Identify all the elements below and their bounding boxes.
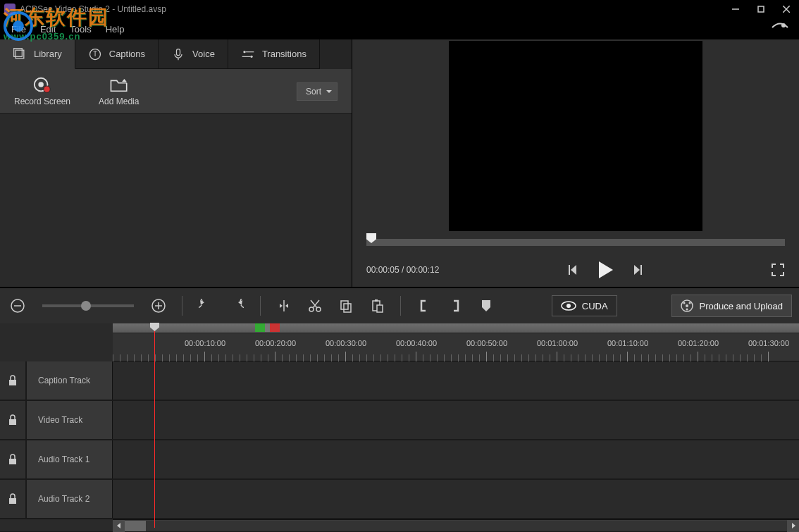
svg-rect-37 [344,304,351,312]
zoom-in-button[interactable] [148,295,169,316]
window-title: ACDSee Video Studio 2 - Untitled.avsp [20,4,723,14]
maximize-button[interactable] [748,0,774,18]
record-screen-label: Record Screen [14,97,70,106]
svg-rect-18 [569,265,570,275]
tab-captions-label: Captions [109,49,145,59]
svg-rect-49 [9,419,16,425]
track-audio1-label[interactable]: Audio Track 1 [27,440,113,478]
menu-file[interactable]: File [4,21,33,37]
lock-icon[interactable] [0,361,27,400]
library-body [0,114,352,287]
svg-point-46 [689,302,691,304]
menu-help[interactable]: Help [99,21,132,37]
lock-icon[interactable] [0,480,27,518]
svg-rect-9 [177,49,180,55]
track-caption: Caption Track [0,361,799,401]
zoom-thumb[interactable] [81,301,91,311]
svg-rect-48 [9,380,16,385]
mark-in-button[interactable] [414,295,435,316]
tab-voice-label: Voice [192,49,215,59]
zoom-slider[interactable] [42,304,134,307]
preview-time: 00:00:05 / 00:00:12 [366,265,439,275]
preview-viewport [352,39,799,232]
split-button[interactable] [273,295,295,316]
svg-point-10 [243,51,245,53]
preview-panel: 00:00:05 / 00:00:12 [352,39,799,287]
timeline-scrollbar[interactable] [113,519,799,531]
svg-marker-31 [285,304,288,308]
track-audio2-label[interactable]: Audio Track 2 [27,480,113,518]
produce-label: Produce and Upload [699,301,783,311]
track-video-body[interactable] [113,401,799,439]
cut-button[interactable] [304,295,326,316]
record-screen-icon [32,77,52,94]
play-button[interactable] [595,259,616,280]
redo-button[interactable] [226,295,247,316]
svg-point-15 [38,82,43,87]
track-audio2: Audio Track 2 [0,480,799,519]
clip-range-marker[interactable] [255,323,280,332]
zoom-out-button[interactable] [7,295,28,316]
svg-rect-36 [341,301,348,309]
timeline-ruler[interactable]: 00:00:10:0000:00:20:0000:00:30:0000:00:4… [113,333,799,361]
left-panel: Library T Captions Voice Transitions Rec… [0,39,352,287]
menu-edit[interactable]: Edit [33,21,63,37]
track-video-label[interactable]: Video Track [27,401,113,439]
record-screen-button[interactable]: Record Screen [14,77,70,106]
fullscreen-button[interactable] [771,263,785,277]
menu-tools[interactable]: Tools [63,21,98,37]
seek-thumb[interactable] [366,233,376,243]
copy-button[interactable] [335,295,357,316]
preview-frame [449,41,702,231]
lock-icon[interactable] [0,440,27,478]
svg-rect-40 [377,305,383,312]
tab-library[interactable]: Library [0,39,75,69]
scrollbar-thumb[interactable] [125,521,146,531]
undo-button[interactable] [195,295,216,316]
paste-button[interactable] [366,295,388,316]
svg-text:T: T [93,50,97,58]
track-video: Video Track [0,401,799,440]
tab-row: Library T Captions Voice Transitions [0,39,352,69]
mark-out-button[interactable] [445,295,466,316]
preview-seekbar[interactable] [352,232,799,253]
app-icon [4,4,16,15]
sort-dropdown[interactable]: Sort [297,82,337,101]
lock-icon[interactable] [0,401,27,439]
track-audio1: Audio Track 1 [0,440,799,480]
svg-point-47 [686,309,688,311]
add-media-button[interactable]: Add Media [99,77,139,106]
sort-label: Sort [306,87,321,97]
svg-marker-17 [571,265,576,275]
tab-library-label: Library [34,49,62,59]
svg-rect-39 [375,299,378,302]
svg-marker-52 [117,523,120,528]
svg-point-42 [566,304,571,308]
svg-point-12 [250,55,252,57]
prev-frame-button[interactable] [566,262,582,278]
track-caption-label[interactable]: Caption Track [27,361,113,400]
tab-captions[interactable]: T Captions [75,39,159,69]
marker-button[interactable] [476,295,497,316]
close-button[interactable] [774,0,799,18]
track-audio2-body[interactable] [113,480,799,518]
track-caption-body[interactable] [113,361,799,400]
preview-mode-icon[interactable] [771,21,789,36]
minimize-button[interactable] [723,0,748,18]
timeline-header-strip[interactable] [113,323,799,333]
svg-rect-5 [16,50,24,58]
preview-controls: 00:00:05 / 00:00:12 [352,253,799,287]
svg-rect-21 [640,265,642,275]
scroll-right-icon[interactable] [787,520,799,532]
svg-point-45 [683,302,686,304]
scroll-left-icon[interactable] [113,520,125,532]
tab-transitions[interactable]: Transitions [228,39,320,69]
cuda-button[interactable]: CUDA [552,295,617,316]
svg-marker-20 [634,265,640,275]
next-frame-button[interactable] [628,262,644,278]
produce-upload-button[interactable]: Produce and Upload [671,295,792,317]
tab-voice[interactable]: Voice [159,39,228,69]
titlebar: ACDSee Video Studio 2 - Untitled.avsp [0,0,799,18]
track-audio1-body[interactable] [113,440,799,478]
cuda-label: CUDA [582,301,608,311]
